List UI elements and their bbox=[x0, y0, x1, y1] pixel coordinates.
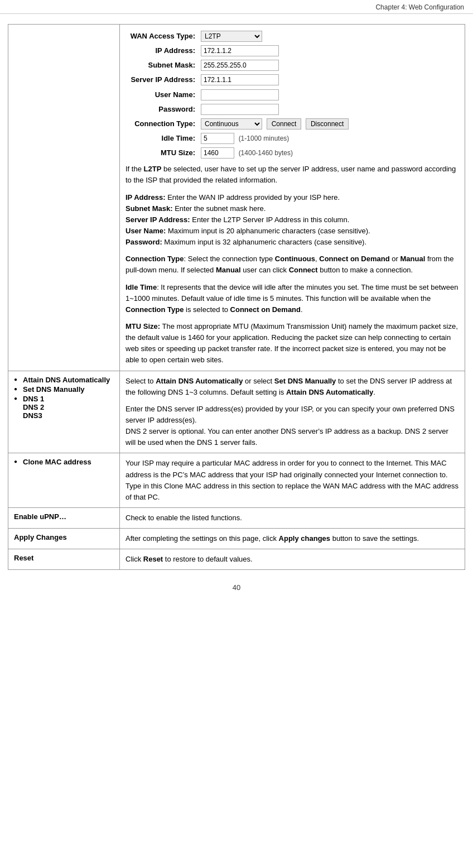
dns-bullet-list: Attain DNS Automatically Set DNS Manuall… bbox=[14, 376, 114, 420]
mtu-size-desc: MTU Size: The most appropriate MTU (Maxi… bbox=[126, 321, 459, 366]
mtu-size-input[interactable] bbox=[201, 147, 234, 159]
connection-type-label: Connection Type: bbox=[126, 117, 198, 131]
main-table: WAN Access Type: L2TP IP Address: Subnet… bbox=[8, 24, 465, 570]
dns-desc2: Enter the DNS server IP address(es) prov… bbox=[126, 404, 459, 449]
apply-changes-label: Apply Changes bbox=[14, 533, 67, 541]
username-label: User Name: bbox=[126, 88, 198, 102]
dns-left-cell: Attain DNS Automatically Set DNS Manuall… bbox=[8, 371, 120, 453]
clone-mac-row: Clone MAC address Your ISP may require a… bbox=[8, 453, 465, 508]
apply-changes-left-cell: Apply Changes bbox=[8, 529, 120, 549]
dns-right-cell: Select to Attain DNS Automatically or se… bbox=[120, 371, 465, 453]
enable-upnp-right-cell: Check to enable the listed functions. bbox=[120, 507, 465, 528]
subnet-mask-input[interactable] bbox=[201, 60, 279, 71]
server-ip-input[interactable] bbox=[201, 74, 279, 85]
ip-address-input[interactable] bbox=[201, 45, 279, 56]
server-ip-cell bbox=[198, 73, 351, 87]
clone-mac-right-cell: Your ISP may require a particular MAC ad… bbox=[120, 453, 465, 508]
connection-type-row: Connection Type: Continuous Connect Disc… bbox=[126, 117, 351, 131]
ip-address-cell bbox=[198, 44, 351, 58]
connection-type-cell: Continuous Connect Disconnect bbox=[198, 117, 351, 131]
idle-time-cell: (1-1000 minutes) bbox=[198, 131, 351, 146]
ip-address-label: IP Address: bbox=[126, 44, 198, 58]
password-input[interactable] bbox=[201, 104, 279, 115]
ip-address-desc: IP Address: Enter the WAN IP address pro… bbox=[126, 192, 459, 248]
connect-button[interactable]: Connect bbox=[267, 118, 302, 130]
wan-access-type-cell: L2TP bbox=[198, 29, 351, 44]
form-row: WAN Access Type: L2TP IP Address: Subnet… bbox=[8, 25, 465, 371]
dns-item-attain: Attain DNS Automatically bbox=[14, 376, 114, 384]
subnet-mask-row: Subnet Mask: bbox=[126, 58, 351, 73]
clone-mac-list: Clone MAC address bbox=[14, 458, 114, 466]
subnet-mask-label: Subnet Mask: bbox=[126, 58, 198, 73]
idle-time-label: Idle Time: bbox=[126, 131, 198, 146]
idle-time-input[interactable] bbox=[201, 133, 234, 144]
reset-left-cell: Reset bbox=[8, 549, 120, 570]
connection-type-select[interactable]: Continuous bbox=[201, 118, 262, 130]
server-ip-label: Server IP Address: bbox=[126, 73, 198, 87]
ip-address-row: IP Address: bbox=[126, 44, 351, 58]
enable-upnp-desc: Check to enable the listed functions. bbox=[126, 514, 242, 522]
mtu-size-cell: (1400-1460 bytes) bbox=[198, 146, 351, 160]
enable-upnp-label: Enable uPNP… bbox=[14, 512, 66, 521]
reset-row: Reset Click Reset to restore to default … bbox=[8, 549, 465, 570]
wan-access-type-select[interactable]: L2TP bbox=[201, 31, 262, 42]
page-number: 40 bbox=[0, 583, 473, 592]
clone-mac-desc: Your ISP may require a particular MAC ad… bbox=[126, 458, 459, 503]
mtu-size-hint: (1400-1460 bytes) bbox=[239, 149, 293, 157]
password-row: Password: bbox=[126, 102, 351, 117]
subnet-mask-cell bbox=[198, 58, 351, 73]
server-ip-row: Server IP Address: bbox=[126, 73, 351, 87]
mtu-size-row: MTU Size: (1400-1460 bytes) bbox=[126, 146, 351, 160]
enable-upnp-row: Enable uPNP… Check to enable the listed … bbox=[8, 507, 465, 528]
enable-upnp-left-cell: Enable uPNP… bbox=[8, 507, 120, 528]
dns-item-set: Set DNS Manually bbox=[14, 385, 114, 394]
chapter-header: Chapter 4: Web Configuration bbox=[0, 0, 473, 14]
apply-changes-row: Apply Changes After completing the setti… bbox=[8, 529, 465, 549]
reset-label: Reset bbox=[14, 554, 33, 562]
username-row: User Name: bbox=[126, 88, 351, 102]
form-fields-table: WAN Access Type: L2TP IP Address: Subnet… bbox=[126, 29, 351, 160]
reset-right-cell: Click Reset to restore to default values… bbox=[120, 549, 465, 570]
username-input[interactable] bbox=[201, 89, 279, 100]
mtu-size-label: MTU Size: bbox=[126, 146, 198, 160]
apply-changes-right-cell: After completing the settings on this pa… bbox=[120, 529, 465, 549]
idle-time-desc: Idle Time: It represents that the device… bbox=[126, 282, 459, 315]
password-label: Password: bbox=[126, 102, 198, 117]
dns-desc1: Select to Attain DNS Automatically or se… bbox=[126, 376, 459, 398]
chapter-title: Chapter 4: Web Configuration bbox=[375, 3, 464, 11]
wan-access-type-label: WAN Access Type: bbox=[126, 29, 198, 44]
idle-time-row: Idle Time: (1-1000 minutes) bbox=[126, 131, 351, 146]
intro-desc: If the L2TP be selected, user have to se… bbox=[126, 164, 459, 186]
form-left-cell bbox=[8, 25, 120, 371]
password-cell bbox=[198, 102, 351, 117]
form-right-cell: WAN Access Type: L2TP IP Address: Subnet… bbox=[120, 25, 465, 371]
wan-access-type-row: WAN Access Type: L2TP bbox=[126, 29, 351, 44]
dns-item-dns1: DNS 1DNS 2DNS3 bbox=[14, 395, 114, 420]
connection-type-desc: Connection Type: Select the connection t… bbox=[126, 253, 459, 276]
idle-time-hint: (1-1000 minutes) bbox=[239, 135, 289, 142]
dns-row: Attain DNS Automatically Set DNS Manuall… bbox=[8, 371, 465, 453]
clone-mac-left-cell: Clone MAC address bbox=[8, 453, 120, 508]
clone-mac-item: Clone MAC address bbox=[14, 458, 114, 466]
disconnect-button[interactable]: Disconnect bbox=[306, 118, 349, 130]
username-cell bbox=[198, 88, 351, 102]
